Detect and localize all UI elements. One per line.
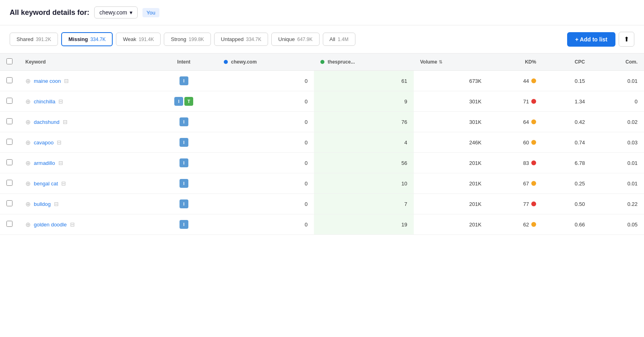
volume-cell: 301K [414, 91, 488, 112]
add-keyword-icon[interactable]: ⊕ [25, 180, 31, 187]
doc-icon[interactable]: ⊟ [63, 119, 68, 125]
intent-cell: I [150, 194, 217, 214]
keyword-cell: ⊕ maine coon ⊟ [19, 71, 150, 91]
kd-dot [531, 78, 536, 83]
add-keyword-icon[interactable]: ⊕ [25, 159, 31, 167]
kd-cell: 44 [488, 71, 543, 91]
cpc-cell: 1.34 [543, 91, 591, 112]
kd-value: 77 [523, 201, 529, 207]
keyword-table: Keyword Intent chewy.com thespruce... [0, 53, 644, 235]
row-checkbox-5[interactable] [6, 180, 12, 186]
doc-icon[interactable]: ⊟ [57, 139, 62, 146]
com-cell: 0.22 [591, 194, 644, 214]
th-chewy: chewy.com [217, 53, 314, 71]
cpc-cell: 0.25 [543, 173, 591, 194]
doc-icon[interactable]: ⊟ [54, 201, 59, 207]
intent-cell: IT [150, 91, 217, 112]
select-all-checkbox[interactable] [6, 58, 12, 64]
keyword-link[interactable]: armadillo [34, 160, 55, 166]
kd-cell: 71 [488, 91, 543, 112]
doc-icon[interactable]: ⊟ [70, 221, 75, 228]
intent-cell: I [150, 132, 217, 153]
cpc-cell: 6.78 [543, 153, 591, 173]
kd-dot [531, 140, 536, 145]
row-checkbox-0[interactable] [6, 77, 12, 83]
keyword-link[interactable]: chinchilla [34, 99, 55, 105]
kd-dot [531, 181, 536, 186]
kd-value: 67 [523, 181, 529, 187]
cpc-cell: 0.42 [543, 112, 591, 132]
table-row: ⊕ bulldog ⊟ I 0 7 201K 77 0.50 0.22 [0, 194, 644, 214]
tab-shared[interactable]: Shared391.2K [10, 33, 58, 46]
com-cell: 0.01 [591, 153, 644, 173]
keyword-link[interactable]: maine coon [34, 78, 61, 84]
cpc-cell: 0.50 [543, 194, 591, 214]
kd-value: 62 [523, 222, 529, 228]
row-checkbox-1[interactable] [6, 98, 12, 104]
add-keyword-icon[interactable]: ⊕ [25, 139, 31, 146]
tab-strong[interactable]: Strong199.8K [164, 33, 211, 46]
volume-label: Volume [420, 59, 437, 65]
kd-cell: 60 [488, 132, 543, 153]
row-checkbox-6[interactable] [6, 200, 12, 206]
tab-count-all: 1.4M [338, 37, 349, 42]
row-checkbox-4[interactable] [6, 159, 12, 165]
thespruce-cell: 7 [314, 194, 414, 214]
domain-name: chewy.com [99, 9, 127, 16]
tab-label-strong: Strong [171, 36, 186, 42]
tab-missing[interactable]: Missing334.7K [61, 32, 113, 46]
keyword-cell: ⊕ dachshund ⊟ [19, 112, 150, 132]
export-button[interactable]: ⬆ [619, 32, 634, 47]
th-volume[interactable]: Volume ⇅ [414, 53, 488, 71]
keyword-link[interactable]: bulldog [34, 201, 51, 207]
row-checkbox-cell [0, 91, 19, 112]
th-com: Com. [591, 53, 644, 71]
tab-count-untapped: 334.7K [246, 37, 261, 42]
tab-all[interactable]: All1.4M [323, 33, 355, 46]
keyword-link[interactable]: bengal cat [34, 181, 58, 187]
tabs-bar: Shared391.2KMissing334.7KWeak191.4KStron… [0, 25, 644, 53]
keyword-link[interactable]: golden doodle [34, 222, 67, 228]
add-keyword-icon[interactable]: ⊕ [25, 118, 31, 126]
add-keyword-icon[interactable]: ⊕ [25, 98, 31, 105]
add-keyword-icon[interactable]: ⊕ [25, 221, 31, 228]
cpc-cell: 0.15 [543, 71, 591, 91]
th-checkbox [0, 53, 19, 71]
row-checkbox-2[interactable] [6, 118, 12, 124]
cpc-cell: 0.66 [543, 214, 591, 235]
keyword-table-wrap: Keyword Intent chewy.com thespruce... [0, 53, 644, 235]
kd-cell: 64 [488, 112, 543, 132]
row-checkbox-cell [0, 71, 19, 91]
tab-unique[interactable]: Unique647.9K [271, 33, 319, 46]
table-header-row: Keyword Intent chewy.com thespruce... [0, 53, 644, 71]
thespruce-cell: 76 [314, 112, 414, 132]
doc-icon[interactable]: ⊟ [58, 160, 63, 166]
th-thespruce: thespruce... [314, 53, 414, 71]
intent-badge-i: I [180, 117, 188, 126]
domain-selector[interactable]: chewy.com ▾ [94, 6, 138, 18]
add-to-list-button[interactable]: + Add to list [567, 32, 615, 47]
row-checkbox-7[interactable] [6, 221, 12, 227]
tab-weak[interactable]: Weak191.4K [116, 33, 161, 46]
keyword-link[interactable]: cavapoo [34, 140, 54, 146]
doc-icon[interactable]: ⊟ [61, 180, 66, 187]
doc-icon[interactable]: ⊟ [58, 98, 63, 105]
keyword-cell: ⊕ bengal cat ⊟ [19, 173, 150, 194]
kd-value: 71 [523, 99, 529, 105]
tab-untapped[interactable]: Untapped334.7K [214, 33, 268, 46]
th-cpc: CPC [543, 53, 591, 71]
table-row: ⊕ dachshund ⊟ I 0 76 301K 64 0.42 0.02 [0, 112, 644, 132]
doc-icon[interactable]: ⊟ [64, 78, 69, 84]
thespruce-cell: 9 [314, 91, 414, 112]
keyword-link[interactable]: dachshund [34, 119, 60, 125]
chewy-cell: 0 [217, 214, 314, 235]
row-checkbox-cell [0, 153, 19, 173]
intent-badge-i: I [180, 220, 188, 229]
thespruce-cell: 61 [314, 71, 414, 91]
add-keyword-icon[interactable]: ⊕ [25, 77, 31, 85]
row-checkbox-cell [0, 132, 19, 153]
thespruce-cell: 4 [314, 132, 414, 153]
table-row: ⊕ golden doodle ⊟ I 0 19 201K 62 0.66 0.… [0, 214, 644, 235]
add-keyword-icon[interactable]: ⊕ [25, 200, 31, 208]
row-checkbox-3[interactable] [6, 139, 12, 145]
